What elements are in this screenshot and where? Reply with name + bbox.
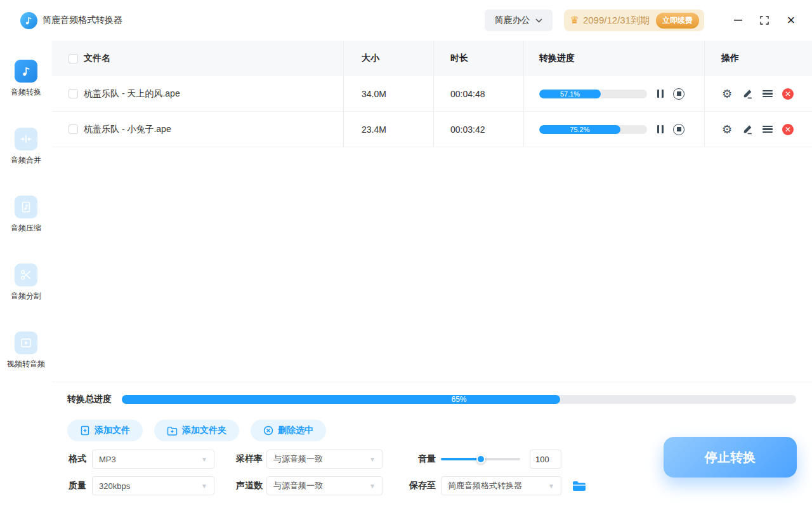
sample-rate-value: 与源音频一致 (273, 453, 323, 465)
remove-icon[interactable]: ✕ (782, 124, 794, 135)
pause-button[interactable] (656, 125, 665, 133)
license-badge: ♛ 2099/12/31到期 立即续费 (564, 10, 704, 31)
total-progress-bar: 65% (122, 395, 796, 404)
col-actions: 操作 (721, 53, 739, 64)
channels-label: 声道数 (236, 480, 266, 491)
sidebar-label: 音频压缩 (11, 223, 41, 234)
open-folder-button[interactable] (572, 481, 586, 491)
sample-rate-label: 采样率 (236, 453, 266, 465)
audio-compress-icon (15, 196, 37, 218)
format-label: 格式 (69, 453, 92, 465)
video-to-audio-icon (15, 331, 37, 354)
settings-icon[interactable]: ⚙ (721, 124, 733, 135)
delete-selected-label: 删除选中 (278, 425, 313, 436)
music-note-icon (24, 16, 34, 25)
edit-icon[interactable] (742, 88, 753, 100)
audio-convert-icon (15, 60, 37, 83)
delete-selected-button[interactable]: 删除选中 (251, 420, 326, 441)
sidebar: 音频转换 音频合并 音频压缩 (0, 41, 52, 508)
window-controls: × (721, 11, 801, 30)
stop-row-button[interactable] (673, 88, 684, 100)
channels-select[interactable]: 与源音频一致 ▼ (266, 476, 383, 495)
close-icon: × (787, 13, 796, 27)
add-file-button[interactable]: 添加文件 (67, 420, 143, 441)
app-logo-icon (20, 12, 37, 29)
volume-label: 音量 (406, 453, 436, 465)
save-to-label: 保存至 (406, 480, 436, 491)
caret-down-icon: ▼ (201, 456, 207, 463)
quality-label: 质量 (69, 480, 92, 491)
maximize-button[interactable] (755, 11, 774, 30)
app-window: 简鹿音频格式转换器 简鹿办公 ♛ 2099/12/31到期 立即续费 (0, 0, 812, 508)
close-button[interactable]: × (782, 11, 801, 30)
format-value: MP3 (99, 455, 116, 464)
format-select[interactable]: MP3 ▼ (92, 450, 214, 469)
sidebar-item-audio-merge[interactable]: 音频合并 (11, 128, 41, 166)
stop-row-button[interactable] (673, 124, 684, 135)
topbar: 简鹿音频格式转换器 简鹿办公 ♛ 2099/12/31到期 立即续费 (0, 0, 812, 41)
folder-plus-icon (167, 426, 178, 436)
total-progress-value: 65% (451, 395, 466, 404)
add-folder-label: 添加文件夹 (182, 425, 226, 436)
add-file-label: 添加文件 (95, 425, 130, 436)
edit-icon[interactable] (742, 124, 753, 135)
queue-menu-icon[interactable] (762, 124, 773, 135)
row-filename: 杭盖乐队 - 小兔子.ape (84, 124, 171, 135)
save-to-value: 简鹿音频格式转换器 (448, 480, 522, 491)
volume-input[interactable] (530, 450, 561, 469)
caret-down-icon: ▼ (201, 483, 207, 490)
caret-down-icon: ▼ (548, 483, 554, 490)
quality-value: 320kbps (99, 481, 130, 491)
sidebar-label: 音频合并 (11, 155, 41, 166)
license-expiry: 2099/12/31到期 (583, 15, 650, 27)
sidebar-item-audio-compress[interactable]: 音频压缩 (11, 196, 41, 234)
pause-button[interactable] (656, 90, 665, 98)
folder-icon (572, 481, 586, 491)
row-checkbox[interactable] (69, 89, 78, 98)
table-row: 杭盖乐队 - 天上的风.ape 34.0M 00:04:48 57.1% ⚙ (52, 76, 812, 112)
col-duration: 时长 (450, 53, 468, 64)
total-progress-label: 转换总进度 (67, 394, 122, 405)
row-checkbox[interactable] (69, 124, 78, 134)
footer-divider (52, 382, 812, 382)
sample-rate-select[interactable]: 与源音频一致 ▼ (266, 450, 383, 469)
caret-down-icon: ▼ (369, 456, 376, 463)
sidebar-label: 音频分割 (11, 291, 41, 302)
table-row: 杭盖乐队 - 小兔子.ape 23.4M 00:03:42 75.2% ⚙ (52, 112, 812, 147)
sidebar-item-audio-split[interactable]: 音频分割 (11, 264, 41, 302)
row-duration: 00:04:48 (450, 89, 485, 99)
sidebar-item-video-to-audio[interactable]: 视频转音频 (7, 331, 45, 370)
row-size: 34.0M (362, 89, 386, 99)
sidebar-item-audio-convert[interactable]: 音频转换 (11, 60, 41, 98)
queue-menu-icon[interactable] (762, 88, 773, 100)
volume-slider[interactable] (441, 455, 520, 464)
remove-icon[interactable]: ✕ (782, 88, 794, 100)
sidebar-label: 音频转换 (11, 87, 41, 98)
caret-down-icon: ▼ (369, 483, 376, 490)
renew-button[interactable]: 立即续费 (656, 13, 699, 29)
audio-merge-icon (15, 128, 37, 150)
row-progress-bar: 75.2% (539, 125, 647, 134)
minimize-icon (734, 20, 742, 21)
add-folder-button[interactable]: 添加文件夹 (154, 420, 239, 441)
app-title: 简鹿音频格式转换器 (43, 15, 122, 26)
col-progress: 转换进度 (539, 53, 575, 64)
row-size: 23.4M (362, 124, 386, 135)
account-dropdown[interactable]: 简鹿办公 (485, 10, 553, 31)
col-filename: 文件名 (84, 53, 110, 64)
stop-conversion-label: 停止转换 (705, 449, 756, 466)
chevron-down-icon (535, 18, 542, 23)
stop-conversion-button[interactable]: 停止转换 (664, 437, 797, 478)
quality-select[interactable]: 320kbps ▼ (92, 476, 214, 495)
save-to-select[interactable]: 简鹿音频格式转换器 ▼ (441, 476, 561, 495)
col-size: 大小 (362, 53, 379, 64)
minimize-button[interactable] (728, 11, 747, 30)
row-progress-label: 57.1% (560, 90, 580, 98)
select-all-checkbox[interactable] (69, 54, 78, 64)
table-header: 文件名 大小 时长 转换进度 操作 (52, 41, 812, 76)
settings-icon[interactable]: ⚙ (721, 88, 733, 100)
maximize-icon (760, 16, 769, 25)
action-buttons: 添加文件 添加文件夹 删除选中 (67, 420, 337, 441)
slider-handle[interactable] (476, 455, 485, 464)
row-filename: 杭盖乐队 - 天上的风.ape (84, 88, 180, 100)
